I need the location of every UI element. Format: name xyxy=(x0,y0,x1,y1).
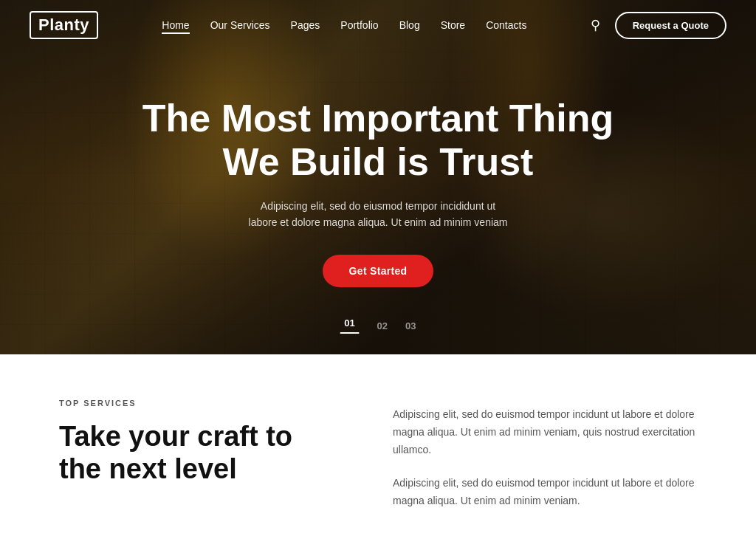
nav-link-contacts[interactable]: Contacts xyxy=(486,19,526,31)
nav-link-portfolio[interactable]: Portfolio xyxy=(340,19,378,31)
indicator-1[interactable]: 01 xyxy=(340,317,360,334)
nav-link-pages[interactable]: Pages xyxy=(291,19,320,31)
hero-indicators: 01 02 03 xyxy=(340,317,416,334)
nav-item-contacts[interactable]: Contacts xyxy=(486,18,526,32)
services-para-2: Adipiscing elit, sed do euismod tempor i… xyxy=(393,475,697,510)
search-icon[interactable]: ⚲ xyxy=(591,17,600,33)
indicator-2[interactable]: 02 xyxy=(377,320,388,331)
nav-link-services[interactable]: Our Services xyxy=(210,19,270,31)
brand-logo[interactable]: Planty xyxy=(30,11,98,39)
main-nav: Planty Home Our Services Pages Portfolio… xyxy=(0,0,756,50)
services-heading: Take your craft to the next level xyxy=(59,421,363,485)
nav-link-blog[interactable]: Blog xyxy=(399,19,420,31)
services-tag: TOP SERVICES xyxy=(59,399,363,408)
nav-item-services[interactable]: Our Services xyxy=(210,18,270,32)
nav-item-pages[interactable]: Pages xyxy=(291,18,320,32)
services-left: TOP SERVICES Take your craft to the next… xyxy=(59,399,363,510)
request-quote-button[interactable]: Request a Quote xyxy=(615,12,726,39)
nav-links: Home Our Services Pages Portfolio Blog S… xyxy=(162,18,526,32)
services-section: TOP SERVICES Take your craft to the next… xyxy=(0,354,756,540)
hero-section: The Most Important Thing We Build is Tru… xyxy=(0,0,756,354)
nav-right: ⚲ Request a Quote xyxy=(591,12,726,39)
nav-link-home[interactable]: Home xyxy=(162,19,189,34)
hero-content: The Most Important Thing We Build is Tru… xyxy=(0,0,756,354)
nav-link-store[interactable]: Store xyxy=(441,19,465,31)
indicator-3[interactable]: 03 xyxy=(405,320,416,331)
hero-subtitle: Adipiscing elit, sed do eiusmod tempor i… xyxy=(245,198,511,231)
get-started-button[interactable]: Get Started xyxy=(323,255,434,287)
services-para-1: Adipiscing elit, sed do euismod tempor i… xyxy=(393,406,697,458)
services-right: Adipiscing elit, sed do euismod tempor i… xyxy=(393,399,697,510)
nav-item-home[interactable]: Home xyxy=(162,18,189,32)
nav-item-store[interactable]: Store xyxy=(441,18,465,32)
nav-item-portfolio[interactable]: Portfolio xyxy=(340,18,378,32)
nav-item-blog[interactable]: Blog xyxy=(399,18,420,32)
hero-title: The Most Important Thing We Build is Tru… xyxy=(142,97,614,182)
